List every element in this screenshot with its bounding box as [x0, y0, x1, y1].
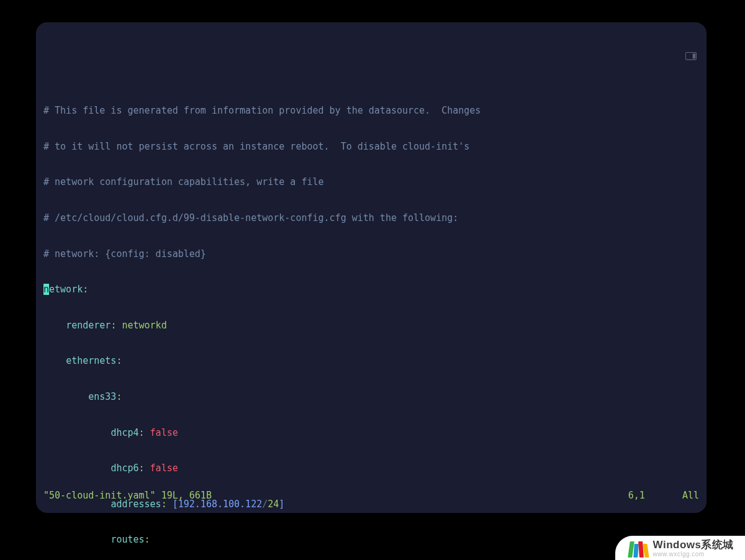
watermark-url: www.wxclgg.com — [653, 551, 734, 558]
status-cursor-pos: 6,1 — [628, 490, 645, 502]
yaml-line-dhcp6: dhcp6: false — [43, 463, 700, 474]
yaml-line-routes: routes: — [43, 534, 700, 546]
status-line: "50-cloud-init.yaml" 19L, 661B 6,1 All — [43, 490, 699, 502]
comment-line: # /etc/cloud/cloud.cfg.d/99-disable-netw… — [43, 212, 700, 224]
comment-line: # network configuration capabilities, wr… — [43, 176, 700, 188]
resize-horizontal-icon — [685, 29, 697, 37]
site-watermark: Windows系统城 www.wxclgg.com — [615, 536, 745, 560]
yaml-line-ethernets: ethernets: — [43, 355, 700, 367]
yaml-line-renderer: renderer: networkd — [43, 320, 700, 332]
comment-line: # This file is generated from informatio… — [43, 105, 700, 117]
editor-cursor: n — [43, 284, 49, 295]
svg-rect-1 — [693, 54, 695, 59]
terminal-window[interactable]: # This file is generated from informatio… — [36, 22, 707, 513]
comment-line: # to it will not persist across an insta… — [43, 141, 700, 153]
comment-line: # network: {config: disabled} — [43, 248, 700, 260]
status-file-info: "50-cloud-init.yaml" 19L, 661B — [43, 490, 212, 502]
status-scroll-state: All — [682, 490, 699, 502]
editor-content[interactable]: # This file is generated from informatio… — [43, 81, 700, 560]
watermark-title: Windows系统城 — [653, 540, 734, 550]
yaml-line-iface: ens33: — [43, 391, 700, 403]
yaml-line-network: network: — [43, 284, 700, 296]
watermark-logo-icon — [629, 540, 648, 558]
yaml-line-dhcp4: dhcp4: false — [43, 427, 700, 439]
